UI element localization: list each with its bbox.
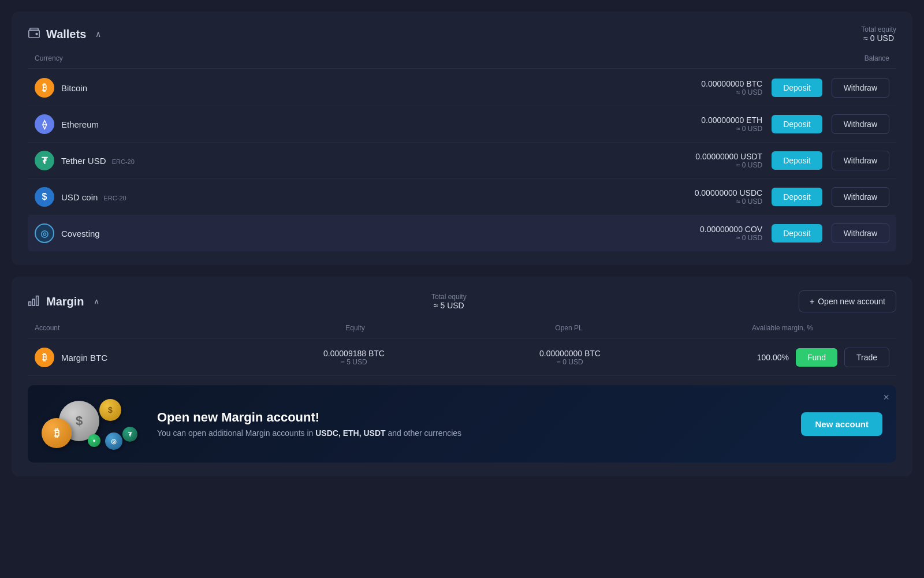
promo-desc-suffix: and other currencies: [388, 428, 461, 438]
promo-description: You can open additional Margin accounts …: [157, 428, 789, 438]
btc-promo-coin-icon: ₿: [42, 418, 72, 448]
tether-balance: 0.00000000 USDT ≈ 0 USD: [695, 152, 762, 169]
svg-point-1: [36, 33, 38, 35]
ethereum-balance-usd: ≈ 0 USD: [701, 125, 762, 133]
margin-btc-equity-main: 0.00009188 BTC: [251, 349, 457, 358]
ethereum-deposit-button[interactable]: Deposit: [772, 115, 822, 133]
margin-btc-pl: 0.00000000 BTC ≈ 0 USD: [467, 349, 673, 366]
margin-btc-pl-usd: ≈ 0 USD: [467, 358, 673, 366]
covesting-deposit-button[interactable]: Deposit: [772, 224, 822, 243]
teal-coin-icon: ₮: [122, 427, 137, 442]
ethereum-name: Ethereum: [61, 120, 99, 129]
margin-row-btc: ₿ Margin BTC 0.00009188 BTC ≈ 5 USD 0.00…: [28, 340, 896, 376]
margin-btc-fund-button[interactable]: Fund: [796, 348, 837, 367]
promo-text-content: Open new Margin account! You can open ad…: [157, 410, 789, 438]
tether-name: Tether USD ERC-20: [61, 156, 135, 166]
new-account-button[interactable]: New account: [801, 412, 882, 436]
margin-panel: Margin ∧ Total equity ≈ 5 USD + Open new…: [12, 277, 912, 476]
wallets-equity-value: ≈ 0 USD: [861, 33, 896, 43]
usdc-withdraw-button[interactable]: Withdraw: [832, 187, 889, 207]
col-equity-header: Equity: [248, 324, 462, 332]
covesting-balance-main: 0.00000000 COV: [700, 225, 762, 234]
promo-banner: $ ₿ $ ◎ ● ₮ Open new Margin account! You…: [28, 385, 896, 463]
col-balance-header: Balance: [865, 54, 889, 62]
bitcoin-balance-main: 0.00000000 BTC: [701, 79, 762, 88]
bitcoin-balance-usd: ≈ 0 USD: [701, 88, 762, 96]
covesting-balance: 0.00000000 COV ≈ 0 USD: [700, 225, 762, 242]
wallets-chevron-icon[interactable]: ∧: [95, 29, 101, 39]
tether-withdraw-button[interactable]: Withdraw: [832, 151, 889, 170]
usdc-tag: ERC-20: [104, 195, 126, 202]
usdc-balance-usd: ≈ 0 USD: [695, 197, 763, 206]
margin-table-header: Account Equity Open PL Available margin,…: [28, 324, 896, 338]
wallets-equity-label: Total equity: [861, 25, 896, 33]
wallet-row-usdc: $ USD coin ERC-20 0.00000000 USDC ≈ 0 US…: [28, 179, 896, 215]
promo-currencies-highlight: USDC, ETH, USDT: [315, 428, 385, 438]
usdc-icon: $: [35, 187, 54, 207]
tether-icon: ₮: [35, 151, 54, 170]
wallets-equity: Total equity ≈ 0 USD: [861, 25, 896, 43]
covesting-balance-usd: ≈ 0 USD: [700, 234, 762, 242]
ethereum-info: ⟠ Ethereum: [35, 114, 692, 134]
margin-btc-icon: ₿: [35, 348, 54, 367]
col-currency-header: Currency: [35, 54, 865, 62]
margin-equity-label: Total equity: [431, 293, 467, 301]
ethereum-icon: ⟠: [35, 114, 54, 134]
margin-chevron-icon[interactable]: ∧: [94, 297, 99, 306]
bitcoin-info: ₿ Bitcoin: [35, 78, 692, 98]
margin-equity-value: ≈ 5 USD: [431, 301, 467, 310]
tether-tag: ERC-20: [112, 158, 135, 165]
col-account-header: Account: [35, 324, 248, 332]
svg-rect-4: [36, 296, 39, 305]
wallets-title-group: Wallets ∧: [28, 27, 101, 42]
usdc-deposit-button[interactable]: Deposit: [772, 188, 822, 206]
svg-rect-2: [29, 301, 31, 305]
bitcoin-icon: ₿: [35, 78, 54, 98]
open-account-label: Open new account: [818, 297, 885, 306]
covesting-icon: ◎: [35, 223, 54, 243]
ethereum-balance: 0.00000000 ETH ≈ 0 USD: [701, 115, 762, 133]
margin-btc-trade-button[interactable]: Trade: [844, 348, 889, 367]
open-new-account-button[interactable]: + Open new account: [799, 290, 896, 312]
wallet-row-covesting: ◎ Covesting 0.00000000 COV ≈ 0 USD Depos…: [28, 215, 896, 251]
blue-coin-icon: ◎: [105, 432, 122, 450]
wallets-title: Wallets: [46, 28, 86, 41]
covesting-withdraw-button[interactable]: Withdraw: [832, 223, 889, 243]
ethereum-withdraw-button[interactable]: Withdraw: [832, 114, 889, 134]
bitcoin-withdraw-button[interactable]: Withdraw: [832, 78, 889, 98]
plus-icon: +: [810, 297, 814, 306]
wallet-row-bitcoin: ₿ Bitcoin 0.00000000 BTC ≈ 0 USD Deposit…: [28, 70, 896, 106]
margin-panel-header: Margin ∧ Total equity ≈ 5 USD + Open new…: [28, 290, 896, 312]
margin-btc-actions: 100.00% Fund Trade: [683, 348, 889, 367]
tether-balance-main: 0.00000000 USDT: [695, 152, 762, 161]
promo-close-button[interactable]: ×: [883, 392, 889, 402]
tether-deposit-button[interactable]: Deposit: [772, 151, 822, 170]
covesting-name: Covesting: [61, 229, 100, 238]
usdc-balance-main: 0.00000000 USDC: [695, 188, 763, 197]
bitcoin-name: Bitcoin: [61, 83, 87, 93]
margin-btc-name: Margin BTC: [61, 353, 107, 363]
wallets-table-header: Currency Balance: [28, 54, 896, 69]
wallets-panel: Wallets ∧ Total equity ≈ 0 USD Currency …: [12, 12, 912, 265]
margin-title: Margin: [46, 295, 84, 308]
margin-btc-equity: 0.00009188 BTC ≈ 5 USD: [251, 349, 457, 366]
promo-title: Open new Margin account!: [157, 410, 789, 425]
ethereum-balance-main: 0.00000000 ETH: [701, 115, 762, 125]
margin-title-group: Margin ∧: [28, 294, 99, 309]
wallet-row-ethereum: ⟠ Ethereum 0.00000000 ETH ≈ 0 USD Deposi…: [28, 106, 896, 143]
margin-btc-avail: 100.00%: [757, 353, 789, 362]
bitcoin-deposit-button[interactable]: Deposit: [772, 79, 822, 97]
col-avail-margin-header: Available margin, %: [676, 324, 889, 332]
usdc-info: $ USD coin ERC-20: [35, 187, 685, 207]
svg-rect-3: [32, 299, 35, 305]
gold-coin-icon: $: [99, 399, 121, 421]
margin-icon: [28, 294, 40, 309]
wallet-row-tether: ₮ Tether USD ERC-20 0.00000000 USDT ≈ 0 …: [28, 143, 896, 179]
promo-coins-illustration: $ ₿ $ ◎ ● ₮: [42, 398, 146, 450]
margin-btc-pl-main: 0.00000000 BTC: [467, 349, 673, 358]
green-coin-icon: ●: [88, 434, 100, 447]
margin-btc-equity-usd: ≈ 5 USD: [251, 358, 457, 366]
usdc-balance: 0.00000000 USDC ≈ 0 USD: [695, 188, 763, 206]
covesting-info: ◎ Covesting: [35, 223, 691, 243]
bitcoin-balance: 0.00000000 BTC ≈ 0 USD: [701, 79, 762, 96]
